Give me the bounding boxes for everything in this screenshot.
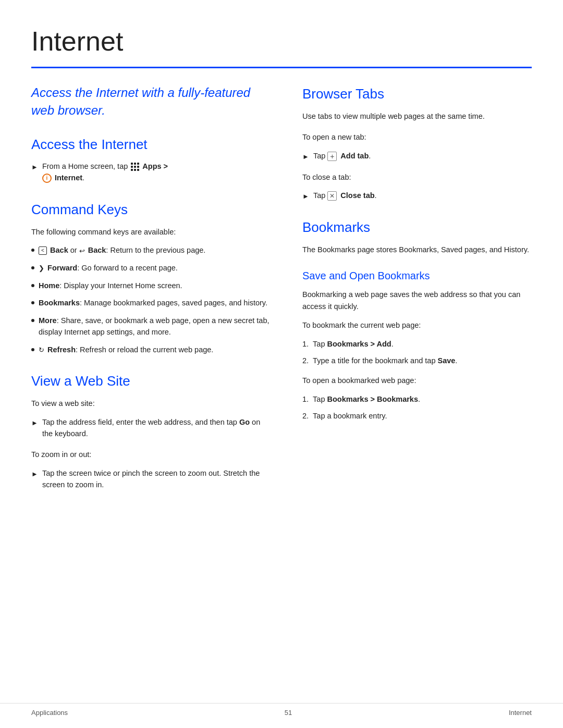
open-steps-list: 1. Tap Bookmarks > Bookmarks. 2. Tap a b… xyxy=(302,394,532,422)
command-keys-intro: The following command keys are available… xyxy=(31,226,271,238)
view-step1: ► Tap the address field, enter the web a… xyxy=(31,417,271,440)
apps-grid-icon xyxy=(130,162,142,170)
bullet-dot xyxy=(31,249,34,252)
footer-center: 51 xyxy=(285,708,292,718)
refresh-icon: ↻ xyxy=(39,345,44,355)
view-web-site-heading: View a Web Site xyxy=(31,371,271,391)
arrow-icon-zoom: ► xyxy=(31,469,38,479)
list-item: ❯ Forward: Go forward to a recent page. xyxy=(31,263,271,274)
forward-icon: ❯ xyxy=(39,263,44,274)
back-key-icon: < xyxy=(39,246,47,255)
footer-left: Applications xyxy=(31,708,68,718)
close-tab-icon: ✕ xyxy=(327,191,337,201)
return-icon: ↩ xyxy=(79,246,85,256)
right-column: Browser Tabs Use tabs to view multiple w… xyxy=(302,84,532,430)
bullet-dot xyxy=(31,266,34,269)
to-zoom-label: To zoom in or out: xyxy=(31,449,271,460)
zoom-step: ► Tap the screen twice or pinch the scre… xyxy=(31,468,271,491)
bullet-dot xyxy=(31,319,34,322)
arrow-icon-new-tab: ► xyxy=(302,152,309,162)
browser-tabs-heading: Browser Tabs xyxy=(302,84,532,104)
command-keys-list: < Back or ↩ Back: Return to the previous… xyxy=(31,245,271,355)
footer-right: Internet xyxy=(509,708,532,718)
to-view-label: To view a web site: xyxy=(31,398,271,409)
bullet-dot xyxy=(31,348,34,351)
list-item: 2. Tap a bookmark entry. xyxy=(302,411,532,422)
arrow-icon-access: ► xyxy=(31,162,38,172)
new-tab-step: ► Tap + Add tab. xyxy=(302,151,532,162)
list-item: < Back or ↩ Back: Return to the previous… xyxy=(31,245,271,256)
list-item: ↻ Refresh: Refresh or reload the current… xyxy=(31,344,271,356)
close-tab-label: To close a tab: xyxy=(302,171,532,183)
list-item: 1. Tap Bookmarks > Add. xyxy=(302,339,532,350)
browser-tabs-description: Use tabs to view multiple web pages at t… xyxy=(302,110,532,122)
bullet-dot xyxy=(31,284,34,287)
page-footer: Applications 51 Internet xyxy=(0,703,563,718)
bookmarks-description: The Bookmarks page stores Bookmarks, Sav… xyxy=(302,244,532,255)
list-item: Bookmarks: Manage bookmarked pages, save… xyxy=(31,298,271,309)
list-item: Home: Display your Internet Home screen. xyxy=(31,280,271,292)
save-open-heading: Save and Open Bookmarks xyxy=(302,268,532,283)
left-column: Access the Internet with a fully-feature… xyxy=(31,84,271,496)
list-item: 1. Tap Bookmarks > Bookmarks. xyxy=(302,394,532,405)
access-internet-text: From a Home screen, tap Apps > i Interne… xyxy=(42,161,168,184)
arrow-icon-view: ► xyxy=(31,418,38,428)
intro-text: Access the Internet with a fully-feature… xyxy=(31,84,271,119)
bookmark-current-label: To bookmark the current web page: xyxy=(302,319,532,331)
internet-app-icon: i xyxy=(42,174,52,183)
title-divider xyxy=(31,67,532,68)
close-tab-step: ► Tap ✕ Close tab. xyxy=(302,190,532,202)
add-tab-icon: + xyxy=(327,152,337,161)
open-bookmarked-label: To open a bookmarked web page: xyxy=(302,375,532,386)
access-internet-heading: Access the Internet xyxy=(31,134,271,155)
command-keys-heading: Command Keys xyxy=(31,200,271,220)
arrow-icon-close-tab: ► xyxy=(302,191,309,202)
bullet-dot xyxy=(31,301,34,304)
list-item: More: Share, save, or bookmark a web pag… xyxy=(31,315,271,338)
access-internet-step: ► From a Home screen, tap Apps > i Inter… xyxy=(31,161,271,184)
page-title: Internet xyxy=(31,21,532,61)
list-item: 2. Type a title for the bookmark and tap… xyxy=(302,355,532,367)
new-tab-label: To open a new tab: xyxy=(302,131,532,143)
save-open-description: Bookmarking a web page saves the web add… xyxy=(302,289,532,312)
bookmark-steps-list: 1. Tap Bookmarks > Add. 2. Type a title … xyxy=(302,339,532,367)
bookmarks-heading: Bookmarks xyxy=(302,217,532,238)
